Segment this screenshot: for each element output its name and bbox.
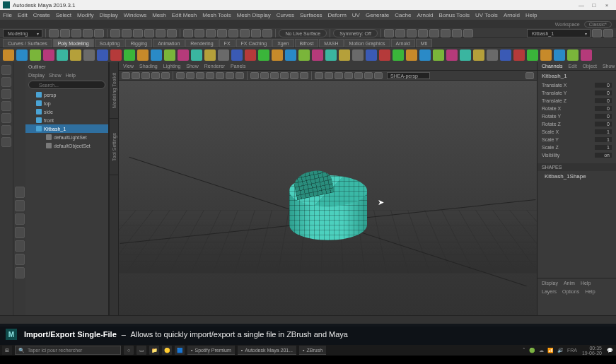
cb-tab[interactable]: Object: [583, 64, 597, 69]
attribute-row[interactable]: Translate X0: [539, 81, 615, 89]
shelf-tool-icon[interactable]: [285, 49, 296, 61]
attribute-row[interactable]: Rotate Z0: [539, 120, 615, 128]
menu-modify[interactable]: Modify: [77, 12, 94, 18]
outliner-menu[interactable]: Show: [49, 73, 62, 78]
taskbar-search[interactable]: 🔍 Taper ici pour rechercher: [15, 346, 121, 355]
task-view-icon[interactable]: ▭: [136, 346, 146, 355]
outliner-item[interactable]: persp: [25, 90, 108, 99]
notifications-icon[interactable]: 💬: [606, 348, 614, 353]
shelf-tool-icon[interactable]: [124, 49, 135, 61]
shelf-tool-icon[interactable]: [178, 49, 189, 61]
start-button[interactable]: ⊞: [2, 346, 12, 355]
shelf-tool-icon[interactable]: [379, 49, 390, 61]
taskbar-app[interactable]: ▪Autodesk Maya 201...: [238, 346, 296, 355]
outliner-item[interactable]: defaultObjectSet: [25, 141, 108, 150]
shelf-tab[interactable]: FX: [219, 39, 236, 47]
tool-button[interactable]: [452, 29, 462, 37]
viewport-canvas[interactable]: ➤: [119, 81, 537, 315]
viewport-menu[interactable]: View: [123, 64, 134, 69]
shelf-tool-icon[interactable]: [406, 49, 417, 61]
layout-icon[interactable]: [15, 213, 25, 225]
system-tray[interactable]: ˄ 🟢 ☁ 📶 🔊 FRA 00:35 19-06-20 💬: [522, 346, 614, 356]
last-tool-icon[interactable]: [1, 137, 11, 147]
shelf-tab[interactable]: Rigging: [125, 39, 152, 47]
vp-tool-icon[interactable]: [525, 72, 534, 79]
outliner-menu[interactable]: Display: [28, 73, 45, 78]
shelf-tab[interactable]: Motion Graphics: [344, 39, 390, 47]
shelf-tool-icon[interactable]: [30, 49, 41, 61]
single-view-icon[interactable]: [15, 187, 25, 198]
shelf-tool-icon[interactable]: [339, 49, 350, 61]
shelf-tab[interactable]: Arnold: [391, 39, 415, 47]
shape-node-name[interactable]: Kitbash_1Shape: [537, 171, 616, 182]
viewport-menu[interactable]: Lighting: [163, 64, 181, 69]
tool-button[interactable]: [183, 29, 193, 37]
paint-select-tool-icon[interactable]: [1, 89, 11, 99]
shelf-tool-icon[interactable]: [298, 49, 310, 61]
vp-tool-icon[interactable]: [186, 72, 194, 79]
attribute-row[interactable]: Visibilityon: [539, 151, 615, 159]
tool-button[interactable]: [167, 29, 177, 37]
shelf-tool-icon[interactable]: [218, 49, 229, 61]
menu-curves[interactable]: Curves: [277, 12, 294, 18]
shelf-tool-icon[interactable]: [97, 49, 108, 61]
vp-tool-icon[interactable]: [344, 72, 353, 79]
outliner-item[interactable]: side: [25, 107, 108, 116]
tool-button[interactable]: [407, 29, 417, 37]
object-search-field[interactable]: Kitbash_1: [527, 29, 591, 37]
shelf-tab[interactable]: FX Caching: [236, 39, 272, 47]
vp-tool-icon[interactable]: [132, 72, 140, 79]
tool-button[interactable]: [384, 29, 394, 37]
tool-button[interactable]: [217, 29, 227, 37]
shelf-tool-icon[interactable]: [500, 49, 511, 61]
viewport-menu[interactable]: Panels: [231, 64, 245, 69]
menu-help[interactable]: Help: [525, 12, 537, 18]
tool-button[interactable]: [94, 29, 104, 37]
shelf-tool-icon[interactable]: [352, 49, 364, 61]
cb-tab[interactable]: Edit: [569, 64, 577, 69]
vp-tool-icon[interactable]: [250, 72, 259, 79]
outliner-item[interactable]: top: [25, 99, 108, 107]
tool-button[interactable]: [603, 29, 613, 37]
layer-tab[interactable]: Anim: [564, 281, 575, 286]
shelf-tool-icon[interactable]: [110, 49, 122, 61]
shelf-tab[interactable]: Animation: [153, 39, 185, 47]
attr-value[interactable]: 0: [595, 98, 612, 103]
tool-button[interactable]: [228, 29, 238, 37]
vp-tool-icon[interactable]: [206, 72, 214, 79]
tool-button[interactable]: [262, 29, 272, 37]
shelf-tool-icon[interactable]: [164, 49, 175, 61]
shelf-tool-icon[interactable]: [272, 49, 283, 61]
viewport-menu[interactable]: Renderer: [204, 64, 225, 69]
menu-deform[interactable]: Deform: [328, 12, 347, 18]
layer-list[interactable]: [537, 295, 616, 315]
shelf-tool-icon[interactable]: [57, 49, 68, 61]
chrome-icon[interactable]: 🟡: [162, 346, 172, 355]
taskbar-app[interactable]: ▪ZBrush: [299, 346, 326, 355]
tool-button[interactable]: [194, 29, 204, 37]
rotate-tool-icon[interactable]: [1, 113, 11, 123]
modeling-mode-dropdown[interactable]: Modeling: [3, 29, 42, 37]
tool-button[interactable]: [395, 29, 405, 37]
tray-lang[interactable]: FRA: [566, 348, 578, 353]
menu-mesh[interactable]: Mesh: [152, 12, 166, 18]
vp-tool-icon[interactable]: [270, 72, 279, 79]
tool-button[interactable]: [418, 29, 428, 37]
tool-button[interactable]: [60, 29, 70, 37]
tool-button[interactable]: [144, 29, 154, 37]
explorer-icon[interactable]: 📁: [149, 346, 159, 355]
attribute-row[interactable]: Scale Y1: [539, 136, 615, 143]
vp-tool-icon[interactable]: [161, 72, 170, 79]
taskbar-clock[interactable]: 00:35 19-06-20: [580, 346, 604, 356]
tool-button[interactable]: [122, 29, 132, 37]
menu-bonus-tools[interactable]: Bonus Tools: [439, 12, 470, 18]
vp-tool-icon[interactable]: [122, 72, 130, 79]
tool-button[interactable]: [251, 29, 261, 37]
menu-mesh-display[interactable]: Mesh Display: [237, 12, 271, 18]
close-button[interactable]: ×: [600, 1, 613, 9]
shelf-tool-icon[interactable]: [43, 49, 54, 61]
tray-chevron-icon[interactable]: ˄: [522, 348, 526, 353]
shelf-tab[interactable]: Sculpting: [95, 39, 125, 47]
menu-select[interactable]: Select: [56, 12, 71, 18]
vp-tool-icon[interactable]: [374, 72, 383, 79]
